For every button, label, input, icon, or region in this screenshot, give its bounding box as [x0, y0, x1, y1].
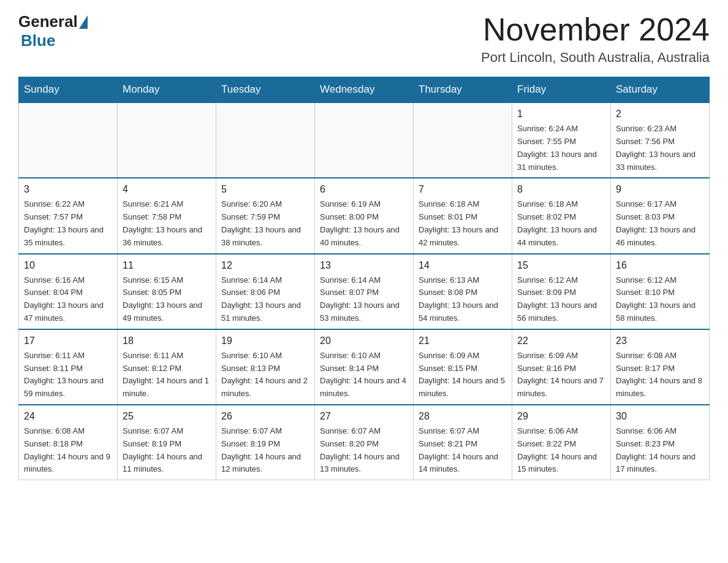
calendar-cell: 5Sunrise: 6:20 AMSunset: 7:59 PMDaylight…	[216, 178, 315, 253]
calendar-cell: 30Sunrise: 6:06 AMSunset: 8:23 PMDayligh…	[611, 405, 710, 480]
day-number: 5	[221, 182, 309, 197]
calendar-cell: 3Sunrise: 6:22 AMSunset: 7:57 PMDaylight…	[19, 178, 118, 253]
calendar-cell: 24Sunrise: 6:08 AMSunset: 8:18 PMDayligh…	[19, 405, 118, 480]
calendar-cell: 21Sunrise: 6:09 AMSunset: 8:15 PMDayligh…	[414, 329, 512, 405]
calendar-cell: 7Sunrise: 6:18 AMSunset: 8:01 PMDaylight…	[414, 178, 512, 253]
calendar-cell: 10Sunrise: 6:16 AMSunset: 8:04 PMDayligh…	[19, 254, 118, 329]
calendar-week-row: 3Sunrise: 6:22 AMSunset: 7:57 PMDaylight…	[19, 178, 710, 253]
day-info: Sunrise: 6:19 AMSunset: 8:00 PMDaylight:…	[320, 198, 408, 249]
day-number: 24	[24, 409, 112, 424]
day-info: Sunrise: 6:09 AMSunset: 8:15 PMDaylight:…	[419, 350, 507, 400]
weekday-header-monday: Monday	[118, 77, 216, 103]
day-number: 19	[221, 334, 309, 348]
day-number: 10	[24, 258, 112, 273]
day-number: 17	[24, 334, 112, 348]
calendar-cell: 6Sunrise: 6:19 AMSunset: 8:00 PMDaylight…	[315, 178, 414, 253]
calendar-cell: 9Sunrise: 6:17 AMSunset: 8:03 PMDaylight…	[611, 178, 710, 253]
calendar-week-row: 10Sunrise: 6:16 AMSunset: 8:04 PMDayligh…	[19, 254, 710, 329]
day-number: 13	[320, 258, 408, 273]
day-number: 3	[24, 182, 112, 197]
calendar-cell: 14Sunrise: 6:13 AMSunset: 8:08 PMDayligh…	[414, 254, 512, 329]
page-header: General Blue November 2024 Port Lincoln,…	[18, 12, 710, 66]
day-info: Sunrise: 6:10 AMSunset: 8:13 PMDaylight:…	[221, 350, 309, 400]
month-title: November 2024	[481, 12, 710, 47]
day-number: 30	[616, 409, 704, 424]
calendar-cell: 11Sunrise: 6:15 AMSunset: 8:05 PMDayligh…	[118, 254, 216, 329]
day-info: Sunrise: 6:15 AMSunset: 8:05 PMDaylight:…	[123, 274, 211, 325]
calendar-cell: 26Sunrise: 6:07 AMSunset: 8:19 PMDayligh…	[216, 405, 315, 480]
day-info: Sunrise: 6:17 AMSunset: 8:03 PMDaylight:…	[616, 198, 704, 249]
day-number: 14	[419, 258, 507, 273]
logo: General Blue	[18, 12, 88, 50]
day-number: 7	[419, 182, 507, 197]
calendar-cell: 8Sunrise: 6:18 AMSunset: 8:02 PMDaylight…	[512, 178, 611, 253]
day-number: 16	[616, 258, 704, 273]
calendar-cell	[315, 102, 414, 178]
day-info: Sunrise: 6:14 AMSunset: 8:07 PMDaylight:…	[320, 274, 408, 325]
day-info: Sunrise: 6:08 AMSunset: 8:17 PMDaylight:…	[616, 350, 704, 400]
calendar-cell	[118, 102, 216, 178]
day-info: Sunrise: 6:12 AMSunset: 8:09 PMDaylight:…	[517, 274, 605, 325]
calendar-cell: 22Sunrise: 6:09 AMSunset: 8:16 PMDayligh…	[512, 329, 611, 405]
day-info: Sunrise: 6:13 AMSunset: 8:08 PMDaylight:…	[419, 274, 507, 325]
calendar-cell: 27Sunrise: 6:07 AMSunset: 8:20 PMDayligh…	[315, 405, 414, 480]
calendar-cell: 29Sunrise: 6:06 AMSunset: 8:22 PMDayligh…	[512, 405, 611, 480]
weekday-header-tuesday: Tuesday	[216, 77, 315, 103]
logo-general-text: General	[18, 12, 78, 31]
logo-triangle-icon	[79, 15, 88, 29]
day-number: 2	[616, 107, 704, 121]
day-info: Sunrise: 6:09 AMSunset: 8:16 PMDaylight:…	[517, 350, 605, 400]
day-number: 28	[419, 409, 507, 424]
calendar-cell: 20Sunrise: 6:10 AMSunset: 8:14 PMDayligh…	[315, 329, 414, 405]
day-number: 11	[123, 258, 211, 273]
day-info: Sunrise: 6:16 AMSunset: 8:04 PMDaylight:…	[24, 274, 112, 325]
calendar-week-row: 1Sunrise: 6:24 AMSunset: 7:55 PMDaylight…	[19, 102, 710, 178]
day-info: Sunrise: 6:07 AMSunset: 8:21 PMDaylight:…	[419, 425, 507, 476]
calendar-cell: 2Sunrise: 6:23 AMSunset: 7:56 PMDaylight…	[611, 102, 710, 178]
weekday-header-saturday: Saturday	[611, 77, 710, 103]
day-info: Sunrise: 6:24 AMSunset: 7:55 PMDaylight:…	[517, 123, 605, 174]
day-info: Sunrise: 6:11 AMSunset: 8:11 PMDaylight:…	[24, 350, 112, 400]
day-info: Sunrise: 6:07 AMSunset: 8:19 PMDaylight:…	[221, 425, 309, 476]
day-info: Sunrise: 6:14 AMSunset: 8:06 PMDaylight:…	[221, 274, 309, 325]
calendar-cell: 23Sunrise: 6:08 AMSunset: 8:17 PMDayligh…	[611, 329, 710, 405]
day-info: Sunrise: 6:18 AMSunset: 8:01 PMDaylight:…	[419, 198, 507, 249]
location-subtitle: Port Lincoln, South Australia, Australia	[481, 50, 710, 66]
day-number: 12	[221, 258, 309, 273]
day-number: 29	[517, 409, 605, 424]
day-info: Sunrise: 6:11 AMSunset: 8:12 PMDaylight:…	[123, 350, 211, 400]
day-number: 27	[320, 409, 408, 424]
calendar-cell	[216, 102, 315, 178]
title-block: November 2024 Port Lincoln, South Austra…	[481, 12, 710, 66]
calendar-cell: 12Sunrise: 6:14 AMSunset: 8:06 PMDayligh…	[216, 254, 315, 329]
day-number: 1	[517, 107, 605, 121]
calendar-cell: 19Sunrise: 6:10 AMSunset: 8:13 PMDayligh…	[216, 329, 315, 405]
day-info: Sunrise: 6:07 AMSunset: 8:19 PMDaylight:…	[123, 425, 211, 476]
weekday-header-sunday: Sunday	[19, 77, 118, 103]
day-info: Sunrise: 6:23 AMSunset: 7:56 PMDaylight:…	[616, 123, 704, 174]
logo-blue-text: Blue	[21, 31, 55, 50]
weekday-header-friday: Friday	[512, 77, 611, 103]
day-number: 4	[123, 182, 211, 197]
day-number: 26	[221, 409, 309, 424]
day-info: Sunrise: 6:06 AMSunset: 8:22 PMDaylight:…	[517, 425, 605, 476]
calendar-cell: 17Sunrise: 6:11 AMSunset: 8:11 PMDayligh…	[19, 329, 118, 405]
day-number: 21	[419, 334, 507, 348]
day-number: 8	[517, 182, 605, 197]
weekday-header-thursday: Thursday	[414, 77, 512, 103]
weekday-header-row: SundayMondayTuesdayWednesdayThursdayFrid…	[19, 77, 710, 103]
calendar-cell: 16Sunrise: 6:12 AMSunset: 8:10 PMDayligh…	[611, 254, 710, 329]
calendar-week-row: 24Sunrise: 6:08 AMSunset: 8:18 PMDayligh…	[19, 405, 710, 480]
calendar-cell	[19, 102, 118, 178]
calendar-week-row: 17Sunrise: 6:11 AMSunset: 8:11 PMDayligh…	[19, 329, 710, 405]
day-number: 15	[517, 258, 605, 273]
day-number: 23	[616, 334, 704, 348]
calendar-cell	[414, 102, 512, 178]
day-number: 9	[616, 182, 704, 197]
day-info: Sunrise: 6:12 AMSunset: 8:10 PMDaylight:…	[616, 274, 704, 325]
calendar-cell: 25Sunrise: 6:07 AMSunset: 8:19 PMDayligh…	[118, 405, 216, 480]
calendar-cell: 4Sunrise: 6:21 AMSunset: 7:58 PMDaylight…	[118, 178, 216, 253]
day-info: Sunrise: 6:06 AMSunset: 8:23 PMDaylight:…	[616, 425, 704, 476]
day-info: Sunrise: 6:22 AMSunset: 7:57 PMDaylight:…	[24, 198, 112, 249]
day-number: 20	[320, 334, 408, 348]
